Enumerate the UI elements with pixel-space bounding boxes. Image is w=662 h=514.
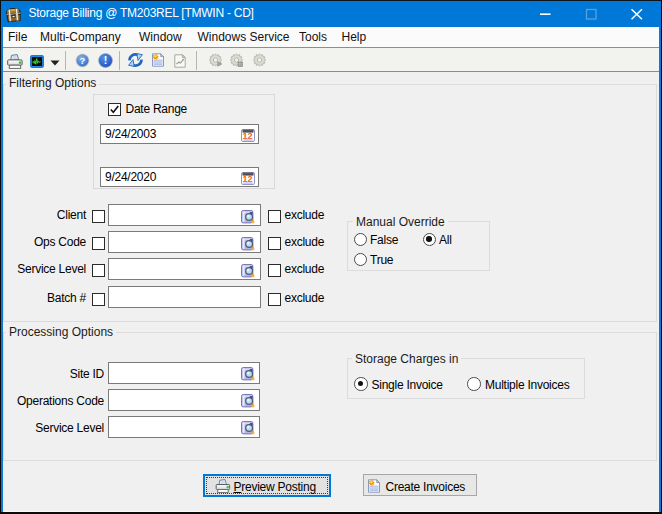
- svg-text:!: !: [104, 54, 108, 66]
- svg-text:?: ?: [79, 55, 85, 66]
